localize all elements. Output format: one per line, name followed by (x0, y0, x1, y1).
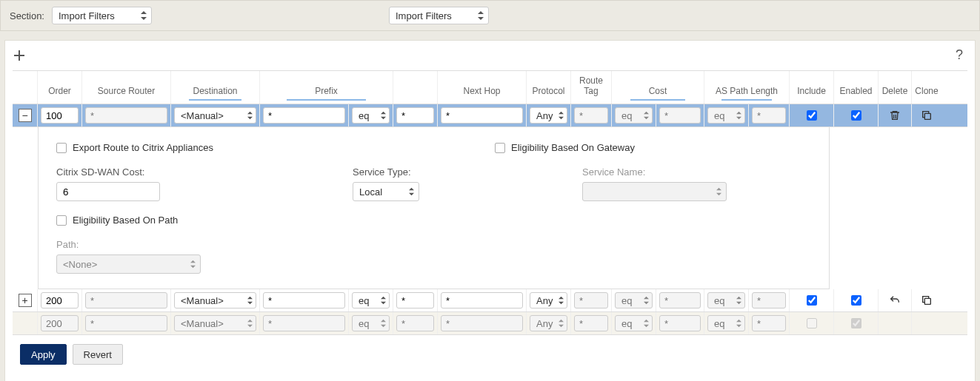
chevron-updown-icon (736, 112, 741, 120)
col-as-path-length: AS Path Length (704, 71, 790, 104)
apply-button[interactable]: Apply (20, 344, 67, 365)
svg-rect-1 (924, 298, 930, 304)
add-row-button[interactable] (14, 48, 24, 63)
expand-toggle[interactable]: + (19, 294, 32, 307)
chevron-updown-icon (736, 320, 741, 328)
col-clone: Clone (912, 71, 941, 104)
clone-button[interactable] (921, 294, 933, 306)
col-destination: Destination (171, 71, 260, 104)
prefix-input[interactable] (263, 292, 345, 308)
protocol-select[interactable]: Any (530, 292, 567, 308)
prefix-val-input[interactable] (396, 292, 434, 308)
order-input[interactable] (41, 107, 79, 124)
sdwan-cost-input[interactable] (56, 182, 160, 201)
as-op-select[interactable]: eq (707, 292, 745, 308)
prefix-op-select[interactable]: eq (352, 107, 390, 124)
path-label: Path: (56, 239, 201, 250)
chevron-updown-icon (644, 297, 649, 305)
section-bar: Section: Import Filters Import Filters (0, 0, 980, 31)
chevron-updown-icon (644, 112, 649, 120)
next-hop-input (441, 315, 523, 331)
chevron-updown-icon (559, 320, 564, 328)
include-checkbox[interactable] (807, 110, 817, 121)
prefix-input[interactable] (263, 107, 345, 124)
route-tag-input[interactable] (574, 292, 608, 308)
eligibility-gateway-checkbox[interactable]: Eligibility Based On Gateway (495, 142, 635, 153)
section-select-1-value: Import Filters (59, 10, 115, 21)
chevron-updown-icon (409, 188, 414, 196)
footer-buttons: Apply Revert (20, 344, 960, 365)
service-type-select[interactable]: Local (353, 182, 419, 201)
prefix-val-input[interactable] (396, 107, 434, 124)
prefix-input (263, 315, 345, 331)
as-val-input (752, 315, 786, 331)
revert-button[interactable]: Revert (73, 344, 123, 365)
destination-select[interactable]: <Manual> (174, 107, 256, 124)
cost-op-select: eq (615, 315, 653, 331)
as-val-input[interactable] (752, 292, 786, 308)
cost-op-select[interactable]: eq (615, 107, 653, 124)
cost-val-input[interactable] (659, 292, 701, 308)
as-val-input[interactable] (752, 107, 786, 124)
table-row: <Manual> eq Any (13, 312, 967, 335)
enabled-checkbox[interactable] (851, 295, 861, 306)
prefix-val-input (396, 315, 434, 331)
cost-val-input[interactable] (659, 107, 701, 124)
prefix-op-select: eq (352, 315, 390, 331)
eligibility-path-checkbox[interactable]: Eligibility Based On Path (56, 215, 178, 226)
next-hop-input[interactable] (441, 292, 523, 308)
grid-header: Order Source Router Destination Prefix N… (13, 71, 967, 104)
order-input (41, 315, 79, 331)
chevron-updown-icon (716, 188, 721, 196)
chevron-updown-icon (141, 11, 147, 20)
source-router-input[interactable] (85, 107, 167, 124)
col-prefix: Prefix (260, 71, 393, 104)
prefix-op-select[interactable]: eq (352, 292, 390, 308)
undo-button[interactable] (889, 294, 901, 306)
clone-button[interactable] (921, 109, 933, 121)
service-name-label: Service Name: (582, 166, 727, 178)
export-route-checkbox[interactable]: Export Route to Citrix Appliances (56, 142, 213, 153)
help-button[interactable]: ? (956, 48, 963, 61)
cost-val-input (659, 315, 701, 331)
include-checkbox[interactable] (807, 295, 817, 306)
col-protocol: Protocol (527, 71, 571, 104)
col-next-hop: Next Hop (438, 71, 527, 104)
next-hop-input[interactable] (441, 107, 523, 124)
col-source-router: Source Router (82, 71, 171, 104)
enabled-checkbox (851, 318, 861, 328)
route-tag-input[interactable] (574, 107, 608, 124)
section-select-1[interactable]: Import Filters (52, 7, 152, 24)
chevron-updown-icon (644, 320, 649, 328)
chevron-updown-icon (478, 11, 484, 20)
as-op-select[interactable]: eq (707, 107, 745, 124)
chevron-updown-icon (381, 112, 386, 120)
destination-select: <Manual> (174, 315, 256, 331)
chevron-updown-icon (247, 112, 253, 120)
col-expand (13, 71, 38, 104)
as-op-select: eq (707, 315, 745, 331)
chevron-updown-icon (247, 320, 253, 328)
chevron-updown-icon (381, 297, 386, 305)
collapse-toggle[interactable]: − (19, 109, 32, 122)
protocol-select[interactable]: Any (530, 107, 567, 124)
source-router-input[interactable] (85, 292, 167, 308)
col-route-tag: Route Tag (571, 71, 612, 104)
destination-select[interactable]: <Manual> (174, 292, 256, 308)
order-input[interactable] (41, 292, 79, 308)
cost-op-select[interactable]: eq (615, 292, 653, 308)
checkbox-icon (495, 143, 505, 153)
col-cost: Cost (612, 71, 704, 104)
chevron-updown-icon (381, 320, 386, 328)
include-checkbox (807, 318, 817, 328)
col-include: Include (790, 71, 834, 104)
section-label: Section: (10, 10, 44, 21)
filters-grid: Order Source Router Destination Prefix N… (13, 70, 967, 335)
svg-rect-0 (924, 113, 930, 119)
section-select-2[interactable]: Import Filters (389, 7, 489, 24)
filters-panel: ? Order Source Router Destination Prefix… (4, 40, 976, 381)
enabled-checkbox[interactable] (851, 110, 861, 121)
delete-button[interactable] (889, 109, 901, 121)
chevron-updown-icon (247, 297, 253, 305)
row-detail-panel: Export Route to Citrix Appliances Eligib… (38, 127, 830, 289)
